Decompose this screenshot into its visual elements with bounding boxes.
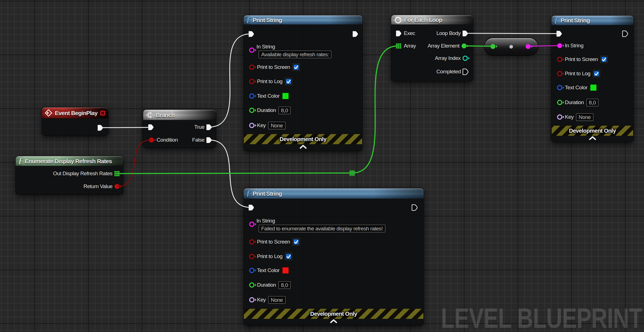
data-pin-icon[interactable] — [249, 297, 257, 303]
node-event-beginplay[interactable]: Event BeginPlay — [42, 107, 108, 135]
exec-pin-icon[interactable] — [148, 124, 154, 131]
data-pin-icon[interactable] — [557, 85, 565, 90]
collapse-chevron-icon[interactable] — [330, 319, 337, 323]
wire-4[interactable] — [118, 173, 352, 174]
data-pin-icon[interactable] — [525, 44, 533, 49]
pin-print-string-2-in-string[interactable] — [557, 43, 565, 48]
pin-for-each-loop-array[interactable] — [396, 43, 401, 49]
pin-print-string-3-exec[interactable] — [248, 204, 254, 211]
pin-reroute-pill-circle[interactable] — [525, 44, 533, 49]
node-print-string-1[interactable]: ƒPrint StringIn StringAvailable display … — [244, 15, 362, 151]
pin-branch-true[interactable] — [206, 124, 212, 131]
pin-branch-false[interactable] — [206, 137, 212, 144]
exec-pin-icon[interactable] — [462, 30, 468, 37]
data-pin-icon[interactable] — [249, 254, 257, 259]
value-field-duration[interactable]: 8,0 — [586, 99, 598, 106]
value-field-key[interactable]: None — [268, 122, 285, 129]
data-pin-icon[interactable] — [557, 57, 565, 62]
exec-pin-icon[interactable] — [352, 31, 358, 38]
data-pin-icon[interactable] — [249, 239, 257, 245]
node-enumerate-display-refresh-rates[interactable]: ƒEnumerate Display Refresh RatesOut Disp… — [16, 156, 123, 194]
pin-print-string-3-exec[interactable] — [411, 204, 417, 211]
pin-print-string-1-duration[interactable] — [249, 107, 257, 113]
blueprint-graph-canvas[interactable]: LEVEL BLUEPRINT Event BeginPlayBranchTru… — [0, 0, 644, 332]
pin-print-string-1-key[interactable] — [249, 123, 257, 128]
data-pin-icon[interactable] — [557, 71, 565, 76]
pin-print-string-3-duration[interactable] — [249, 282, 257, 288]
node-header-for-each-loop[interactable]: For Each Loop — [391, 15, 473, 25]
data-pin-icon[interactable] — [461, 43, 469, 49]
exec-pin-icon[interactable] — [411, 204, 417, 211]
node-header-print-string-3[interactable]: ƒPrint String — [244, 188, 424, 199]
pin-print-string-3-print-to-log[interactable] — [249, 254, 257, 259]
exec-pin-icon[interactable] — [395, 30, 402, 37]
pin-print-string-3-print-to-screen[interactable] — [249, 239, 257, 245]
node-branch[interactable]: BranchTrueConditionFalse — [143, 110, 216, 148]
checkbox-print-to-log[interactable] — [593, 70, 600, 77]
value-field-key[interactable]: None — [576, 113, 593, 121]
checkbox-print-to-screen[interactable] — [292, 238, 300, 246]
data-pin-icon[interactable] — [249, 221, 257, 227]
collapse-unused-pins-button[interactable] — [299, 145, 307, 150]
pin-enumerate-display-refresh-rates-out-display-refresh-rates[interactable] — [114, 171, 120, 176]
exec-pin-icon[interactable] — [206, 124, 212, 131]
data-pin-icon[interactable] — [249, 268, 257, 273]
wire-8[interactable] — [465, 33, 559, 34]
checkbox-print-to-log[interactable] — [285, 253, 292, 260]
pin-for-each-loop-loop-body[interactable] — [462, 30, 468, 37]
value-field-duration[interactable]: 8,0 — [279, 107, 291, 114]
color-swatch[interactable] — [282, 93, 289, 99]
node-for-each-loop[interactable]: For Each LoopExecLoop BodyArrayArray Ele… — [391, 15, 473, 81]
array-reroute-node[interactable] — [350, 170, 355, 177]
data-pin-icon[interactable] — [557, 100, 565, 105]
pin-print-string-1-text-color[interactable] — [249, 93, 257, 99]
checkbox-print-to-screen[interactable] — [600, 56, 608, 63]
pin-print-string-2-print-to-log[interactable] — [557, 71, 565, 76]
pin-print-string-3-text-color[interactable] — [249, 268, 257, 273]
string-value-field[interactable]: Failed to enumerate the available displa… — [259, 225, 385, 232]
pin-print-string-3-key[interactable] — [249, 297, 257, 303]
data-pin-icon[interactable] — [249, 282, 257, 288]
node-header-print-string-2[interactable]: ƒPrint String — [551, 16, 633, 25]
value-field-key[interactable]: None — [268, 296, 285, 304]
data-pin-icon[interactable] — [249, 123, 257, 128]
checkbox-print-to-log[interactable] — [285, 78, 292, 85]
pin-print-string-2-exec[interactable] — [556, 30, 562, 37]
data-pin-icon[interactable] — [249, 79, 257, 84]
data-pin-icon[interactable] — [557, 114, 565, 120]
node-reroute-pill[interactable] — [485, 38, 538, 55]
node-header-print-string-1[interactable]: ƒPrint String — [244, 15, 362, 25]
collapse-chevron-icon[interactable] — [589, 136, 596, 140]
checkbox-print-to-screen[interactable] — [292, 64, 300, 71]
pin-print-string-1-in-string[interactable] — [249, 47, 257, 53]
exec-pin-icon[interactable] — [97, 124, 103, 131]
pin-print-string-2-duration[interactable] — [557, 100, 565, 105]
pin-print-string-2-exec[interactable] — [622, 30, 628, 37]
exec-pin-icon[interactable] — [622, 30, 628, 37]
pin-for-each-loop-array-element[interactable] — [461, 43, 469, 49]
exec-pin-icon[interactable] — [248, 31, 254, 38]
pin-for-each-loop-exec[interactable] — [395, 30, 402, 37]
exec-pin-icon[interactable] — [206, 137, 212, 144]
node-header-enumerate-display-refresh-rates[interactable]: ƒEnumerate Display Refresh Rates — [16, 156, 123, 166]
data-pin-icon[interactable] — [463, 55, 470, 61]
pin-print-string-3-in-string[interactable] — [249, 221, 257, 227]
data-pin-icon[interactable] — [557, 43, 565, 48]
node-header-branch[interactable]: Branch — [143, 110, 216, 120]
node-header-event-beginplay[interactable]: Event BeginPlay — [42, 107, 108, 118]
array-pin-icon[interactable] — [114, 171, 120, 176]
pin-branch-condition[interactable] — [149, 137, 156, 143]
collapse-unused-pins-button[interactable] — [330, 319, 337, 324]
exec-pin-icon[interactable] — [556, 30, 562, 37]
pin-print-string-1-exec[interactable] — [248, 31, 254, 38]
data-pin-icon[interactable] — [249, 93, 257, 99]
pin-print-string-1-print-to-screen[interactable] — [249, 64, 257, 70]
exec-pin-icon[interactable] — [462, 68, 468, 75]
value-field-duration[interactable]: 8,0 — [279, 281, 291, 289]
pin-print-string-2-text-color[interactable] — [557, 85, 565, 90]
data-pin-icon[interactable] — [249, 64, 257, 70]
data-pin-icon[interactable] — [490, 44, 498, 49]
data-pin-icon[interactable] — [114, 184, 122, 189]
pin-enumerate-display-refresh-rates-return-value[interactable] — [114, 184, 122, 189]
collapse-chevron-icon[interactable] — [299, 145, 307, 149]
